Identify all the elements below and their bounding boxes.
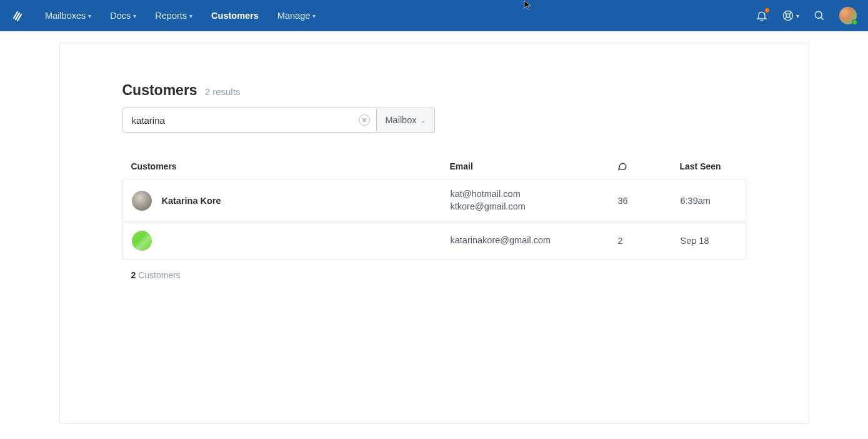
table-row[interactable]: Katarina Kore kat@hotmail.com ktkore@gma… [123, 179, 746, 222]
nav-customers[interactable]: Customers [205, 7, 265, 24]
page-title: Customers [122, 82, 197, 99]
chevron-down-icon: ▾ [189, 13, 192, 19]
chevron-down-icon: ▾ [88, 13, 91, 19]
footer-count-label: Customers [138, 270, 181, 280]
search-input-wrap [122, 108, 377, 133]
chevron-down-icon: ▾ [312, 13, 316, 19]
table-body: Katarina Kore kat@hotmail.com ktkore@gma… [122, 179, 746, 260]
customer-email: katarinakore@gmail.com [451, 235, 618, 247]
chevron-down-icon: ▾ [796, 13, 799, 19]
page-header: Customers 2 results [122, 82, 746, 99]
chat-bubble-icon [617, 161, 627, 171]
user-avatar[interactable] [839, 7, 857, 24]
nav-label: Reports [155, 11, 187, 21]
th-conversations[interactable] [617, 161, 680, 171]
th-last-seen[interactable]: Last Seen [680, 161, 737, 171]
last-seen: 6:39am [681, 196, 737, 206]
help-button[interactable]: ▾ [782, 9, 799, 22]
customers-table: Customers Email Last Seen Katarina Kore … [122, 161, 746, 260]
chevron-down-icon: ⌄ [421, 117, 426, 124]
primary-nav: Mailboxes ▾ Docs ▾ Reports ▾ Customers M… [39, 7, 322, 24]
search-input[interactable] [132, 115, 351, 126]
nav-label: Manage [277, 11, 310, 21]
table-row[interactable]: katarinakore@gmail.com 2 Sep 18 [123, 222, 746, 260]
th-customers[interactable]: Customers [131, 161, 450, 171]
conversation-count: 2 [618, 236, 681, 246]
header-actions: ▾ [756, 7, 857, 24]
customer-avatar [132, 231, 152, 251]
customer-email: kat@hotmail.com [451, 188, 618, 201]
nav-reports[interactable]: Reports ▾ [149, 7, 199, 24]
nav-docs[interactable]: Docs ▾ [104, 7, 142, 24]
customer-avatar [132, 191, 152, 211]
mailbox-filter-button[interactable]: Mailbox ⌄ [377, 108, 435, 133]
search-button[interactable] [813, 9, 826, 22]
nav-label: Docs [110, 11, 131, 21]
customer-email: ktkore@gmail.com [451, 201, 618, 213]
customer-emails: katarinakore@gmail.com [451, 235, 618, 247]
mailbox-filter-label: Mailbox [386, 115, 417, 125]
last-seen: Sep 18 [681, 236, 737, 246]
search-filter-row: Mailbox ⌄ [122, 108, 435, 133]
nav-label: Mailboxes [45, 11, 86, 21]
notifications-button[interactable] [756, 9, 768, 22]
nav-manage[interactable]: Manage ▾ [271, 7, 322, 24]
footer-count-number: 2 [131, 270, 136, 280]
online-status-icon [852, 19, 857, 25]
nav-label: Customers [211, 11, 259, 21]
svg-point-1 [786, 14, 790, 18]
avatar-image [839, 7, 857, 24]
svg-point-2 [815, 11, 822, 18]
table-footer-count: 2 Customers [122, 270, 746, 280]
table-header: Customers Email Last Seen [122, 161, 746, 179]
results-count: 2 results [205, 86, 241, 97]
conversation-count: 36 [618, 196, 681, 206]
main-content-card: Customers 2 results Mailbox ⌄ Customers … [59, 43, 809, 424]
customer-name: Katarina Kore [162, 196, 221, 206]
customer-emails: kat@hotmail.com ktkore@gmail.com [451, 188, 618, 213]
app-logo[interactable] [11, 9, 25, 23]
clear-search-button[interactable] [359, 114, 370, 126]
notification-dot-icon [764, 8, 770, 13]
nav-mailboxes[interactable]: Mailboxes ▾ [39, 7, 97, 24]
th-email[interactable]: Email [450, 161, 617, 171]
svg-line-3 [821, 18, 824, 20]
chevron-down-icon: ▾ [133, 13, 136, 19]
top-navbar: Mailboxes ▾ Docs ▾ Reports ▾ Customers M… [0, 0, 868, 31]
